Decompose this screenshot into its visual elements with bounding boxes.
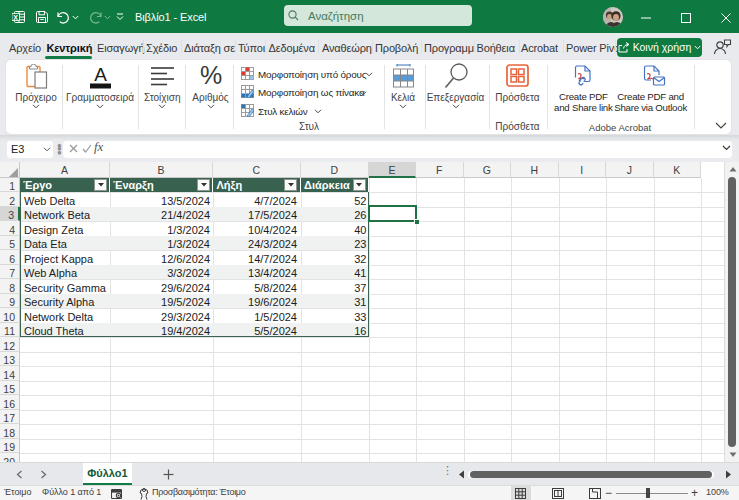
svg-text:X: X [13,14,18,21]
svg-text:A: A [94,64,107,85]
